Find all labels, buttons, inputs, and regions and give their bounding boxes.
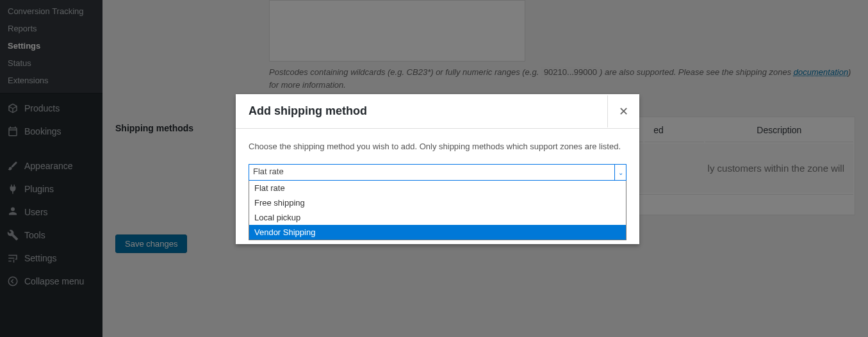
close-icon: ✕ xyxy=(619,104,628,119)
chevron-down-icon: ⌄ xyxy=(614,165,626,180)
add-shipping-method-modal: Add shipping method ✕ Choose the shippin… xyxy=(236,94,639,244)
option-vendor-shipping[interactable]: Vendor Shipping xyxy=(249,225,626,240)
modal-close-button[interactable]: ✕ xyxy=(607,95,639,127)
modal-title: Add shipping method xyxy=(249,104,367,118)
option-flat-rate[interactable]: Flat rate xyxy=(249,181,626,195)
option-local-pickup[interactable]: Local pickup xyxy=(249,210,626,225)
select-dropdown: Flat rate Free shipping Local pickup Ven… xyxy=(249,181,626,240)
shipping-method-select[interactable]: Flat rate ⌄ xyxy=(249,164,626,181)
option-free-shipping[interactable]: Free shipping xyxy=(249,195,626,210)
select-value: Flat rate xyxy=(249,165,614,180)
modal-description: Choose the shipping method you wish to a… xyxy=(249,142,626,151)
